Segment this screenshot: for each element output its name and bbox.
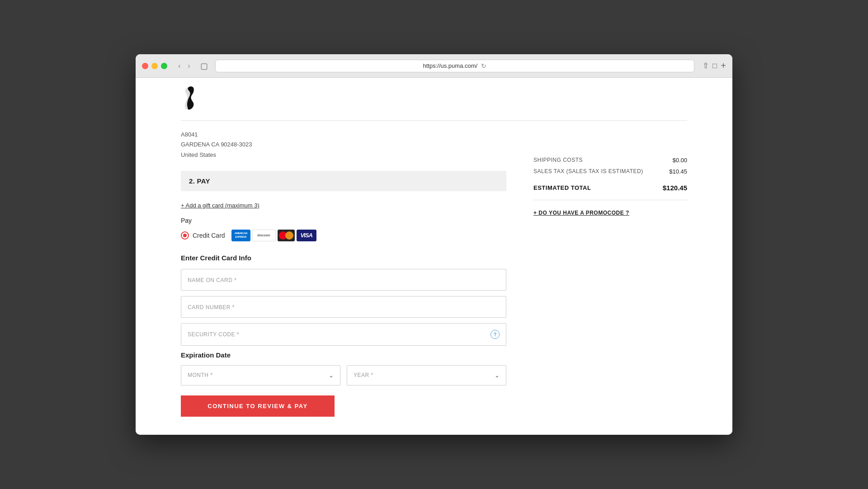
shipping-value: $0.00	[672, 157, 687, 164]
traffic-lights	[142, 63, 167, 69]
pay-method-label: Pay	[181, 217, 506, 224]
continue-to-review-button[interactable]: CONTINUE TO REVIEW & PAY	[181, 395, 335, 417]
main-layout: A8041 GARDENA CA 90248-3023 United State…	[181, 130, 687, 416]
sidebar-toggle-button[interactable]: ▢	[198, 60, 211, 72]
form-title: Enter Credit Card Info	[181, 254, 506, 262]
minimize-button[interactable]	[151, 63, 158, 69]
browser-window: ‹ › ▢ https://us.puma.com/ ↻ ⇧ □ +	[136, 54, 732, 434]
add-gift-card-link[interactable]: + Add a gift card (maximum 3)	[181, 202, 259, 209]
share-button[interactable]: ⇧	[703, 61, 709, 71]
year-chevron-icon: ⌄	[495, 372, 500, 379]
month-placeholder: MONTH *	[188, 372, 213, 378]
year-select[interactable]: YEAR * ⌄	[347, 365, 506, 386]
security-help-icon[interactable]: ?	[491, 330, 500, 339]
credit-card-option[interactable]: Credit Card	[181, 231, 225, 240]
total-label: ESTIMATED TOTAL	[533, 184, 591, 191]
tabs-button[interactable]: □	[712, 61, 717, 71]
address-line-1: A8041	[181, 130, 506, 140]
total-row: ESTIMATED TOTAL $120.45	[533, 179, 687, 192]
card-number-field[interactable]	[181, 296, 506, 318]
address-line-2: GARDENA CA 90248-3023	[181, 140, 506, 150]
expiry-row: MONTH * ⌄ YEAR * ⌄	[181, 365, 506, 386]
right-column: SHIPPING COSTS $0.00 SALES TAX (SALES TA…	[533, 130, 687, 416]
page-inner: A8041 GARDENA CA 90248-3023 United State…	[163, 78, 705, 434]
browser-actions: ⇧ □ +	[703, 61, 726, 71]
address-line-3: United States	[181, 150, 506, 160]
shipping-label: SHIPPING COSTS	[533, 157, 665, 163]
url-text: https://us.puma.com/	[423, 62, 478, 69]
card-number-input[interactable]	[188, 304, 500, 310]
visa-icon: VISA	[297, 230, 316, 241]
puma-logo-icon	[181, 86, 203, 111]
browser-chrome: ‹ › ▢ https://us.puma.com/ ↻ ⇧ □ +	[136, 54, 732, 78]
tax-row: SALES TAX (SALES TAX IS ESTIMATED) $10.4…	[533, 168, 687, 175]
tax-label: SALES TAX (SALES TAX IS ESTIMATED)	[533, 168, 662, 174]
name-on-card-input[interactable]	[188, 277, 500, 283]
total-value: $120.45	[663, 184, 687, 192]
nav-buttons: ‹ ›	[175, 61, 193, 71]
forward-button[interactable]: ›	[185, 61, 193, 71]
left-column: A8041 GARDENA CA 90248-3023 United State…	[181, 130, 506, 416]
reload-button[interactable]: ↻	[481, 62, 486, 70]
pay-section-header: 2. PAY	[181, 171, 506, 191]
card-icons-group: AMERICANEXPRESS discover VISA	[231, 230, 316, 241]
promo-code-link[interactable]: + DO YOU HAVE A PROMOCODE ?	[533, 210, 629, 216]
discover-icon: discover	[252, 230, 276, 241]
name-on-card-field[interactable]	[181, 269, 506, 291]
radio-selected-dot	[183, 234, 187, 237]
shipping-row: SHIPPING COSTS $0.00	[533, 157, 687, 164]
expiry-label: Expiration Date	[181, 351, 506, 359]
amex-icon: AMERICANEXPRESS	[231, 230, 250, 241]
payment-options: Credit Card AMERICANEXPRESS discover	[181, 230, 506, 241]
security-code-input[interactable]	[188, 331, 491, 338]
logo-area	[181, 78, 687, 121]
close-button[interactable]	[142, 63, 148, 69]
month-select[interactable]: MONTH * ⌄	[181, 365, 340, 386]
address-bar[interactable]: https://us.puma.com/ ↻	[215, 60, 694, 72]
year-placeholder: YEAR *	[354, 372, 373, 378]
month-chevron-icon: ⌄	[329, 372, 334, 379]
back-button[interactable]: ‹	[175, 61, 183, 71]
credit-card-radio[interactable]	[181, 231, 189, 240]
pay-section-title: 2. PAY	[189, 177, 210, 185]
security-code-field[interactable]: ?	[181, 323, 506, 346]
tax-value: $10.45	[669, 168, 687, 175]
maximize-button[interactable]	[161, 63, 167, 69]
summary-divider	[533, 200, 687, 200]
credit-card-label: Credit Card	[193, 232, 225, 239]
mastercard-icon	[278, 230, 295, 241]
new-tab-button[interactable]: +	[721, 61, 726, 71]
page-content: A8041 GARDENA CA 90248-3023 United State…	[136, 78, 732, 434]
address-section: A8041 GARDENA CA 90248-3023 United State…	[181, 130, 506, 160]
